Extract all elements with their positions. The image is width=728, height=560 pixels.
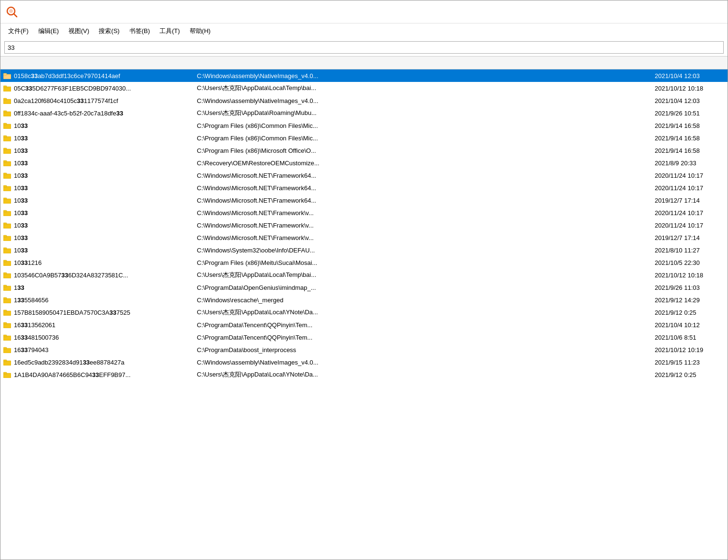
file-path: C:\Windows\Microsoft.NET\Framework64... <box>197 172 613 179</box>
list-item[interactable]: 1033C:\Windows\Microsoft.NET\Framework64… <box>0 169 728 182</box>
list-item[interactable]: 103546C0A9B57336D324A83273581C...C:\User… <box>0 269 728 281</box>
list-item[interactable]: 1033C:\Windows\Microsoft.NET\Framework64… <box>0 194 728 206</box>
menu-edit[interactable]: 编辑(E) <box>34 25 63 37</box>
file-modified: 2021/8/9 20:33 <box>651 160 728 167</box>
list-item[interactable]: 10331216C:\Program Files (x86)\Meitu\Suc… <box>0 256 728 269</box>
file-name: 157B81589050471EBDA7570C3A337525 <box>14 309 197 316</box>
file-name: 163313562061 <box>14 321 197 329</box>
file-name: 103546C0A9B57336D324A83273581C... <box>14 272 197 279</box>
file-path: C:\Users\杰克阳\AppData\Local\YNote\Da... <box>197 370 613 379</box>
svg-rect-14 <box>3 136 7 137</box>
file-path: C:\Program Files (x86)\Meitu\Sucai\Mosai… <box>197 259 613 266</box>
file-path: C:\Windows\Microsoft.NET\Framework64... <box>197 197 613 204</box>
file-name: 133 <box>14 284 197 291</box>
svg-rect-8 <box>3 98 7 100</box>
list-item[interactable]: 1033C:\Windows\Microsoft.NET\Framework\v… <box>0 206 728 219</box>
list-item[interactable]: 1633481500736C:\ProgramData\Tencent\QQPi… <box>0 331 728 343</box>
column-headers <box>0 56 728 69</box>
file-modified: 2021/9/12 0:25 <box>651 371 728 378</box>
list-item[interactable]: 1033C:\Program Files (x86)\Microsoft Off… <box>0 144 728 157</box>
file-path: C:\Recovery\OEM\RestoreOEMCustomize... <box>197 160 613 167</box>
folder-icon <box>0 135 14 141</box>
list-item[interactable]: 1633794043C:\ProgramData\boost_interproc… <box>0 343 728 356</box>
list-item[interactable]: 1335584656C:\Windows\rescache\_merged202… <box>0 294 728 306</box>
file-path: C:\Program Files (x86)\Microsoft Office\… <box>197 147 613 154</box>
folder-icon <box>0 85 14 91</box>
svg-rect-30 <box>3 235 7 237</box>
file-name: 05C335D6277F63F1EB5CD9BD974030... <box>14 85 197 92</box>
list-item[interactable]: 0ff1834c-aaaf-43c5-b52f-20c7a18dfe33C:\U… <box>0 107 728 119</box>
file-modified: 2020/11/24 10:17 <box>651 209 728 217</box>
file-name: 1A1B4DA90A874665B6C9433EFF9B97... <box>14 371 197 378</box>
svg-rect-44 <box>3 322 7 324</box>
folder-icon <box>0 209 14 216</box>
file-name: 1033 <box>14 197 197 204</box>
folder-icon <box>0 334 14 341</box>
file-modified: 2021/10/5 22:30 <box>651 259 728 266</box>
file-modified: 2021/9/14 16:58 <box>651 135 728 142</box>
file-modified: 2021/8/10 11:27 <box>651 247 728 254</box>
file-list[interactable]: 0158c33ab7d3ddf13c6ce79701414aefC:\Windo… <box>0 69 728 560</box>
file-modified: 2021/9/12 0:25 <box>651 309 728 316</box>
folder-icon <box>0 309 14 316</box>
folder-icon <box>0 259 14 266</box>
folder-icon <box>0 371 14 378</box>
menu-search[interactable]: 搜索(S) <box>95 25 123 37</box>
file-modified: 2021/9/14 16:58 <box>651 147 728 154</box>
folder-icon <box>0 297 14 303</box>
maximize-button[interactable] <box>678 4 700 20</box>
file-name: 1033 <box>14 222 197 229</box>
file-modified: 2020/11/24 10:17 <box>651 172 728 179</box>
list-item[interactable]: 1A1B4DA90A874665B6C9433EFF9B97...C:\User… <box>0 368 728 381</box>
file-name: 1033 <box>14 172 197 179</box>
menu-tools[interactable]: 工具(T) <box>156 25 184 37</box>
svg-point-2 <box>9 9 13 13</box>
list-item[interactable]: 1033C:\Windows\Microsoft.NET\Framework\v… <box>0 231 728 244</box>
list-item[interactable]: 157B81589050471EBDA7570C3A337525C:\Users… <box>0 306 728 319</box>
file-name: 1335584656 <box>14 297 197 304</box>
file-path: C:\ProgramData\boost_interprocess <box>197 346 613 354</box>
list-item[interactable]: 1033C:\Recovery\OEM\RestoreOEMCustomize.… <box>0 157 728 169</box>
svg-rect-36 <box>3 273 7 274</box>
file-name: 1633481500736 <box>14 334 197 341</box>
file-name: 1033 <box>14 209 197 217</box>
folder-icon <box>0 97 14 104</box>
menu-file[interactable]: 文件(F) <box>4 25 33 37</box>
file-path: C:\ProgramData\OpenGenius\imindmap_... <box>197 284 613 291</box>
list-item[interactable]: 05C335D6277F63F1EB5CD9BD974030...C:\User… <box>0 82 728 94</box>
file-path: C:\Users\杰克阳\AppData\Local\Temp\bai... <box>197 271 613 279</box>
list-item[interactable]: 1033C:\Windows\Microsoft.NET\Framework64… <box>0 182 728 194</box>
svg-rect-4 <box>3 73 7 75</box>
file-path: C:\Windows\rescache\_merged <box>197 297 613 304</box>
list-item[interactable]: 1033C:\Windows\Microsoft.NET\Framework\v… <box>0 219 728 231</box>
file-path: C:\Windows\assembly\NativeImages_v4.0... <box>197 97 613 104</box>
list-item[interactable]: 1033C:\Program Files (x86)\Common Files\… <box>0 132 728 144</box>
file-modified: 2021/9/26 11:03 <box>651 284 728 291</box>
close-button[interactable] <box>700 4 722 20</box>
minimize-button[interactable] <box>656 4 678 20</box>
search-input[interactable] <box>4 41 724 54</box>
file-name: 0158c33ab7d3ddf13c6ce79701414aef <box>14 72 197 80</box>
menu-bar: 文件(F) 编辑(E) 视图(V) 搜索(S) 书签(B) 工具(T) 帮助(H… <box>0 23 728 39</box>
file-name: 1033 <box>14 160 197 167</box>
list-item[interactable]: 1033C:\Program Files (x86)\Common Files\… <box>0 119 728 132</box>
file-modified: 2021/9/26 10:51 <box>651 110 728 117</box>
list-item[interactable]: 163313562061C:\ProgramData\Tencent\QQPin… <box>0 319 728 331</box>
menu-bookmark[interactable]: 书签(B) <box>125 25 154 37</box>
menu-view[interactable]: 视图(V) <box>65 25 93 37</box>
file-modified: 2020/11/24 10:17 <box>651 222 728 229</box>
file-path: C:\Windows\Microsoft.NET\Framework\v... <box>197 209 613 217</box>
file-path: C:\Windows\System32\oobe\Info\DEFAU... <box>197 247 613 254</box>
list-item[interactable]: 0158c33ab7d3ddf13c6ce79701414aefC:\Windo… <box>0 69 728 82</box>
file-name: 1033 <box>14 234 197 241</box>
file-name: 10331216 <box>14 259 197 266</box>
file-path: C:\Windows\Microsoft.NET\Framework64... <box>197 184 613 192</box>
file-modified: 2021/10/4 12:03 <box>651 72 728 80</box>
menu-help[interactable]: 帮助(H) <box>186 25 215 37</box>
list-item[interactable]: 133C:\ProgramData\OpenGenius\imindmap_..… <box>0 281 728 294</box>
list-item[interactable]: 1033C:\Windows\System32\oobe\Info\DEFAU.… <box>0 244 728 256</box>
file-modified: 2021/9/12 14:29 <box>651 297 728 304</box>
list-item[interactable]: 0a2ca120f6804c4105c331177574f1cfC:\Windo… <box>0 94 728 107</box>
file-name: 16ed5c9adb2392834d9133ee8878427a <box>14 359 197 366</box>
list-item[interactable]: 16ed5c9adb2392834d9133ee8878427aC:\Windo… <box>0 356 728 368</box>
